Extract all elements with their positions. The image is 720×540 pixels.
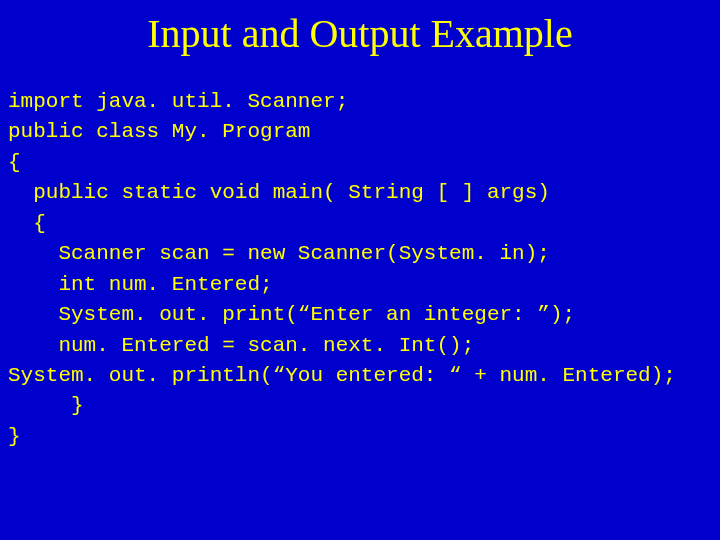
code-line: int num. Entered; [8, 273, 273, 296]
code-block: import java. util. Scanner; public class… [0, 87, 720, 452]
code-line: Scanner scan = new Scanner(System. in); [8, 242, 550, 265]
code-line: num. Entered = scan. next. Int(); [8, 334, 474, 357]
code-line: public static void main( String [ ] args… [8, 181, 550, 204]
code-line: System. out. print(“Enter an integer: ”)… [8, 303, 575, 326]
code-line: import java. util. Scanner; [8, 90, 348, 113]
code-line: } [8, 425, 21, 448]
code-line: System. out. println(“You entered: “ + n… [8, 364, 676, 387]
code-line: public class My. Program [8, 120, 310, 143]
code-line: { [8, 212, 46, 235]
slide-title: Input and Output Example [0, 10, 720, 57]
code-line: { [8, 151, 21, 174]
code-line: } [8, 394, 84, 417]
slide-container: Input and Output Example import java. ut… [0, 0, 720, 540]
